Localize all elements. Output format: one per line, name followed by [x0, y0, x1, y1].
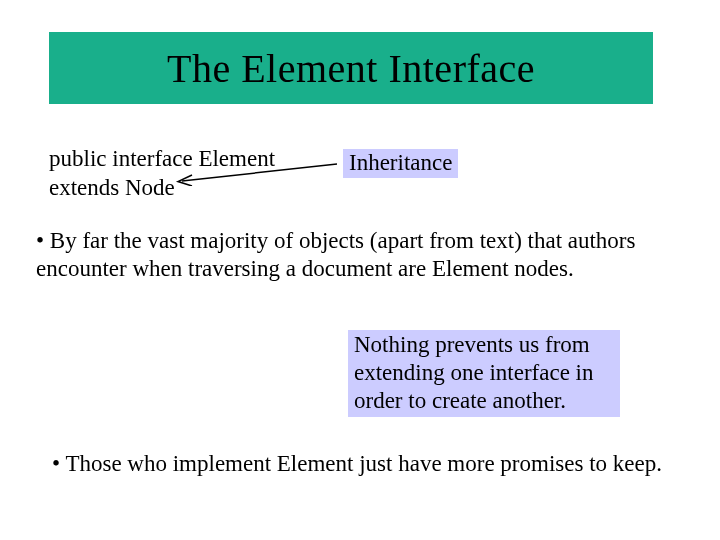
- slide-title: The Element Interface: [167, 45, 535, 92]
- note-box: Nothing prevents us from extending one i…: [348, 330, 620, 417]
- bullet-point-2: • Those who implement Element just have …: [52, 450, 692, 478]
- code-line-1: public interface Element: [49, 145, 275, 174]
- slide: The Element Interface public interface E…: [0, 0, 720, 540]
- title-bar: The Element Interface: [49, 32, 653, 104]
- code-block: public interface Element extends Node: [49, 145, 275, 203]
- inheritance-label: Inheritance: [343, 149, 458, 178]
- bullet-point-1: • By far the vast majority of objects (a…: [36, 227, 686, 283]
- code-line-2: extends Node: [49, 174, 275, 203]
